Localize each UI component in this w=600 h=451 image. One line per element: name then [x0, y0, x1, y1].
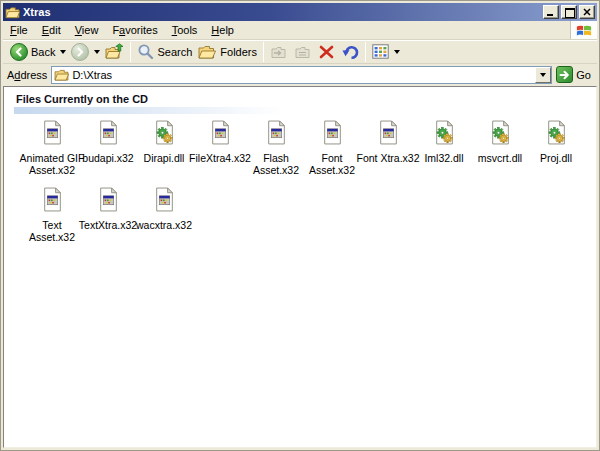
- folder-icon: [5, 6, 20, 19]
- file-label: FileXtra4.x32: [189, 152, 251, 164]
- toolbar: Back Search: [3, 40, 597, 64]
- search-icon: [137, 43, 154, 60]
- dll-gears-icon: [434, 120, 455, 149]
- menu-item[interactable]: File: [3, 22, 35, 38]
- window-title: Xtras: [23, 4, 541, 20]
- address-dropdown-button[interactable]: [535, 67, 551, 83]
- menu-item[interactable]: Favorites: [105, 22, 164, 38]
- file-label: Font Asset.x32: [309, 152, 355, 176]
- delete-button[interactable]: [315, 43, 338, 61]
- go-button[interactable]: Go: [556, 66, 595, 83]
- file-item[interactable]: Flash Asset.x32: [248, 122, 304, 176]
- address-combo[interactable]: D:\Xtras: [51, 66, 552, 84]
- menu-bar: File Edit View Favorites Tools Help: [3, 21, 597, 40]
- file-item[interactable]: Font Asset.x32: [304, 122, 360, 176]
- file-item[interactable]: msvcrt.dll: [472, 122, 528, 164]
- address-bar: Address D:\Xtras Go: [3, 64, 597, 86]
- go-label: Go: [576, 69, 591, 81]
- file-item[interactable]: wacxtra.x32: [136, 189, 192, 231]
- undo-arrow-icon: [341, 44, 359, 60]
- x32-document-icon: [98, 120, 119, 149]
- group-header-rule: [14, 107, 286, 114]
- views-grid-icon: [372, 44, 389, 59]
- file-item[interactable]: Proj.dll: [528, 122, 584, 164]
- file-item[interactable]: Text Asset.x32: [24, 189, 80, 243]
- dll-gears-icon: [154, 120, 175, 149]
- address-input[interactable]: D:\Xtras: [72, 69, 535, 81]
- toolbar-separator: [263, 42, 264, 62]
- menu-item[interactable]: Tools: [165, 22, 205, 38]
- x32-document-icon: [42, 120, 63, 149]
- file-grid: Animated GIF Asset.x32 budapi.x32: [4, 114, 596, 243]
- file-label: budapi.x32: [82, 152, 133, 164]
- search-button[interactable]: Search: [134, 42, 195, 61]
- back-button[interactable]: Back: [7, 42, 58, 62]
- file-item[interactable]: Font Xtra.x32: [360, 122, 416, 164]
- toolbar-separator: [365, 42, 366, 62]
- file-label: Flash Asset.x32: [253, 152, 299, 176]
- forward-dropdown-icon: [94, 50, 100, 54]
- up-folder-icon: [105, 43, 124, 61]
- file-item[interactable]: Dirapi.dll: [136, 122, 192, 164]
- address-label: Address: [7, 69, 47, 81]
- menu-items: File Edit View Favorites Tools Help: [3, 21, 570, 39]
- file-label: wacxtra.x32: [136, 219, 192, 231]
- move-to-folder-icon: [270, 44, 288, 60]
- explorer-window: Xtras File Edit View Favorites Tools Hel…: [0, 0, 600, 451]
- views-dropdown-icon[interactable]: [394, 50, 400, 54]
- file-item[interactable]: Animated GIF Asset.x32: [24, 122, 80, 176]
- x32-document-icon: [42, 187, 63, 216]
- undo-button[interactable]: [338, 43, 362, 61]
- chevron-down-icon: [540, 73, 546, 77]
- windows-logo-panel: [570, 21, 597, 39]
- folders-label: Folders: [220, 46, 257, 58]
- file-item[interactable]: FileXtra4.x32: [192, 122, 248, 164]
- delete-x-icon: [318, 44, 335, 60]
- x32-document-icon: [378, 120, 399, 149]
- file-item[interactable]: budapi.x32: [80, 122, 136, 164]
- address-folder-icon: [54, 69, 69, 81]
- file-label: Dirapi.dll: [144, 152, 185, 164]
- dll-gears-icon: [546, 120, 567, 149]
- copy-to-folder-icon: [294, 44, 312, 60]
- forward-icon: [71, 43, 89, 61]
- file-label: Proj.dll: [540, 152, 572, 164]
- x32-document-icon: [210, 120, 231, 149]
- views-button[interactable]: [369, 43, 392, 60]
- menu-item[interactable]: View: [68, 22, 106, 38]
- close-button[interactable]: [579, 5, 595, 19]
- go-arrow-icon: [556, 66, 573, 83]
- x32-document-icon: [322, 120, 343, 149]
- folders-button[interactable]: Folders: [195, 43, 260, 61]
- file-label: msvcrt.dll: [478, 152, 522, 164]
- maximize-button[interactable]: [561, 5, 577, 19]
- file-label: Iml32.dll: [424, 152, 463, 164]
- x32-document-icon: [266, 120, 287, 149]
- file-label: TextXtra.x32: [79, 219, 137, 231]
- file-item[interactable]: TextXtra.x32: [80, 189, 136, 231]
- file-label: Text Asset.x32: [29, 219, 75, 243]
- x32-document-icon: [154, 187, 175, 216]
- forward-button: [68, 42, 92, 62]
- back-icon: [10, 43, 28, 61]
- up-button[interactable]: [102, 42, 127, 62]
- x32-document-icon: [98, 187, 119, 216]
- file-item[interactable]: Iml32.dll: [416, 122, 472, 164]
- title-bar: Xtras: [3, 3, 597, 21]
- search-label: Search: [157, 46, 192, 58]
- file-label: Font Xtra.x32: [356, 152, 419, 164]
- copy-to-button: [291, 43, 315, 61]
- group-header: Files Currently on the CD: [16, 93, 596, 105]
- menu-item[interactable]: Edit: [35, 22, 68, 38]
- file-label: Animated GIF Asset.x32: [20, 152, 85, 176]
- dll-gears-icon: [490, 120, 511, 149]
- toolbar-separator: [130, 42, 131, 62]
- move-to-button: [267, 43, 291, 61]
- minimize-button[interactable]: [543, 5, 559, 19]
- windows-logo-icon: [576, 23, 592, 38]
- folders-icon: [198, 44, 217, 60]
- back-dropdown-icon[interactable]: [60, 50, 66, 54]
- folder-content: Files Currently on the CD Animated: [3, 86, 597, 448]
- menu-item[interactable]: Help: [204, 22, 241, 38]
- close-icon: [583, 8, 591, 16]
